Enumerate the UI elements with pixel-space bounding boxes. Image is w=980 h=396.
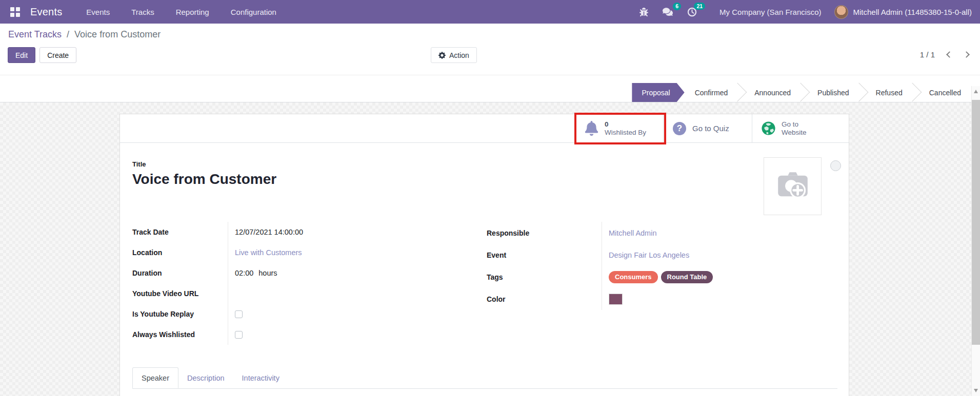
tab-description[interactable]: Description xyxy=(178,367,233,388)
image-upload-placeholder[interactable] xyxy=(764,157,822,215)
user-menu[interactable]: Mitchell Admin (11485380-15-0-all) xyxy=(853,8,972,16)
breadcrumb: Event Tracks / Voice from Customer xyxy=(8,29,161,40)
pager-next-button[interactable] xyxy=(963,51,970,58)
go-to-website-button[interactable]: Go to Website xyxy=(752,114,849,142)
field-tags: Tags Consumers Round Table xyxy=(487,266,764,288)
bug-icon[interactable] xyxy=(632,8,655,16)
website-label-line1: Go to xyxy=(782,120,807,129)
menu-tracks[interactable]: Tracks xyxy=(121,0,165,24)
field-duration: Duration 02:00 hours xyxy=(132,263,479,283)
menu-events[interactable]: Events xyxy=(75,0,121,24)
user-avatar[interactable] xyxy=(834,5,848,19)
menu-configuration[interactable]: Configuration xyxy=(220,0,287,24)
scrollbar-thumb[interactable] xyxy=(972,100,980,345)
navbar-systray: 6 21 My Company (San Francisco) Mitchell… xyxy=(632,5,972,19)
status-separator xyxy=(913,83,919,102)
field-location: Location Live with Customers xyxy=(132,242,479,263)
messages-icon[interactable]: 6 xyxy=(655,7,680,16)
pager: 1 / 1 xyxy=(920,50,969,59)
responsible-link[interactable]: Mitchell Admin xyxy=(609,229,656,237)
field-color: Color xyxy=(487,288,764,310)
breadcrumb-separator: / xyxy=(67,29,69,39)
status-separator xyxy=(738,83,744,102)
camera-plus-icon xyxy=(774,170,811,203)
notebook-tabs: Speaker Description Interactivity xyxy=(132,367,837,389)
color-field-swatch[interactable] xyxy=(609,294,623,305)
bell-icon xyxy=(585,121,598,136)
tag-round-table[interactable]: Round Table xyxy=(661,271,713,283)
field-is-youtube-replay: Is Youtube Replay xyxy=(132,304,479,324)
create-button[interactable]: Create xyxy=(39,47,76,63)
duration-unit: hours xyxy=(258,269,277,277)
field-youtube-url: Youtube Video URL xyxy=(132,283,479,304)
field-track-date: Track Date 12/07/2021 14:00:00 xyxy=(132,222,479,242)
sheet-body: Title Voice from Customer Track Date 12/… xyxy=(120,160,849,389)
location-link[interactable]: Live with Customers xyxy=(235,248,302,257)
pager-value: 1 / 1 xyxy=(920,50,935,59)
fields-right-column: Responsible Mitchell Admin Event Design … xyxy=(487,222,764,345)
duration-value: 02:00 xyxy=(235,269,253,277)
pager-previous-button[interactable] xyxy=(946,51,953,58)
question-icon: ? xyxy=(673,122,686,135)
tag-consumers[interactable]: Consumers xyxy=(609,271,658,283)
go-to-quiz-button[interactable]: ? Go to Quiz xyxy=(663,114,752,142)
activities-badge: 21 xyxy=(694,3,705,10)
wishlisted-by-button[interactable]: 0 Wishlisted By xyxy=(575,114,663,142)
statusbar: Proposal Confirmed Announced Published R… xyxy=(0,76,980,102)
quiz-label: Go to Quiz xyxy=(692,124,729,133)
tab-speaker[interactable]: Speaker xyxy=(132,367,178,388)
gear-icon xyxy=(438,52,446,59)
action-menu-button[interactable]: Action xyxy=(431,47,477,63)
company-switcher[interactable]: My Company (San Francisco) xyxy=(704,8,834,16)
track-title: Voice from Customer xyxy=(132,171,836,188)
stat-button-box: 0 Wishlisted By ? Go to Quiz Go to Websi… xyxy=(120,114,849,143)
form-buttons: Edit Create xyxy=(8,47,76,63)
scroll-down-arrow[interactable] xyxy=(974,389,978,392)
action-button-label: Action xyxy=(449,51,469,59)
website-label-line2: Website xyxy=(782,129,807,137)
event-link[interactable]: Design Fair Los Angeles xyxy=(609,251,689,259)
breadcrumb-event-tracks[interactable]: Event Tracks xyxy=(8,29,62,39)
apps-menu-icon[interactable] xyxy=(10,7,20,17)
fields-left-column: Track Date 12/07/2021 14:00:00 Location … xyxy=(132,222,479,345)
track-date-value: 12/07/2021 14:00:00 xyxy=(235,228,303,236)
status-proposal[interactable]: Proposal xyxy=(632,83,684,102)
wishlist-label: Wishlisted By xyxy=(605,129,646,137)
wishlist-count: 0 xyxy=(605,120,646,129)
vertical-scrollbar[interactable] xyxy=(971,86,980,396)
main-menu: Events Tracks Reporting Configuration xyxy=(75,0,287,24)
tab-interactivity[interactable]: Interactivity xyxy=(233,367,288,388)
scroll-up-arrow[interactable] xyxy=(974,90,978,93)
activities-clock-icon[interactable]: 21 xyxy=(680,7,704,17)
field-responsible: Responsible Mitchell Admin xyxy=(487,222,764,244)
breadcrumb-current: Voice from Customer xyxy=(74,29,161,39)
kanban-state-toggle[interactable] xyxy=(830,160,841,171)
app-title[interactable]: Events xyxy=(30,6,62,18)
field-event: Event Design Fair Los Angeles xyxy=(487,244,764,266)
menu-reporting[interactable]: Reporting xyxy=(165,0,220,24)
status-separator xyxy=(801,83,807,102)
form-view-background: 0 Wishlisted By ? Go to Quiz Go to Websi… xyxy=(0,102,971,396)
status-cancelled[interactable]: Cancelled xyxy=(919,83,971,102)
globe-icon xyxy=(762,121,775,135)
edit-button[interactable]: Edit xyxy=(8,47,35,63)
is-youtube-replay-checkbox[interactable] xyxy=(235,310,243,318)
status-separator xyxy=(859,83,866,102)
odoo-events-window: Events Events Tracks Reporting Configura… xyxy=(0,0,980,396)
field-always-wishlisted: Always Wishlisted xyxy=(132,324,479,345)
top-navbar: Events Events Tracks Reporting Configura… xyxy=(0,0,980,24)
always-wishlisted-checkbox[interactable] xyxy=(235,331,243,339)
control-panel: Event Tracks / Voice from Customer Edit … xyxy=(0,24,980,75)
title-field-label: Title xyxy=(132,160,836,168)
form-sheet: 0 Wishlisted By ? Go to Quiz Go to Websi… xyxy=(119,114,849,396)
